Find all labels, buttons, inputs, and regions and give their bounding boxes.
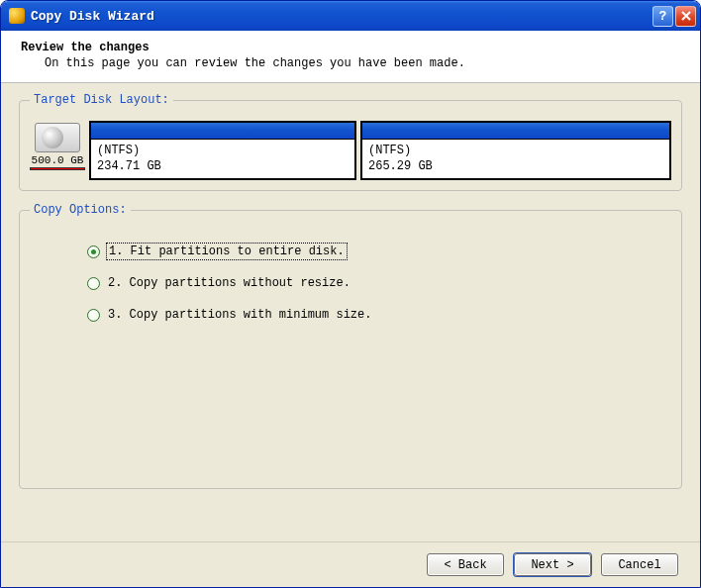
target-disk-layout-group: Target Disk Layout: 500.0 GB (NTFS) 234.…	[19, 93, 682, 191]
titlebar: Copy Disk Wizard ?	[1, 1, 700, 31]
close-button[interactable]	[675, 6, 696, 27]
partition-2-fs: (NTFS)	[368, 143, 663, 158]
copy-option-fit[interactable]: 1. Fit partitions to entire disk.	[87, 245, 667, 258]
titlebar-controls: ?	[652, 6, 696, 27]
copy-options-list: 1. Fit partitions to entire disk. 2. Cop…	[30, 231, 671, 478]
partition-2-header	[362, 123, 669, 140]
close-icon	[681, 11, 691, 21]
partition-1-fs: (NTFS)	[97, 143, 349, 158]
page-title: Review the changes	[21, 41, 680, 54]
hard-disk-icon	[35, 123, 80, 152]
cancel-button[interactable]: Cancel	[601, 553, 678, 576]
partition-1-size: 234.71 GB	[97, 158, 349, 174]
disk-capacity-label: 500.0 GB	[30, 154, 85, 166]
copy-options-group: Copy Options: 1. Fit partitions to entir…	[19, 203, 682, 489]
back-button[interactable]: < Back	[427, 553, 504, 576]
disk-layout-row: 500.0 GB (NTFS) 234.71 GB (NTFS) 265.29 …	[30, 121, 671, 180]
target-disk-icon-cell: 500.0 GB	[30, 121, 85, 180]
wizard-header: Review the changes On this page you can …	[1, 31, 700, 83]
partition-2-size: 265.29 GB	[368, 158, 663, 174]
wizard-content: Target Disk Layout: 500.0 GB (NTFS) 234.…	[1, 83, 700, 541]
radio-fit[interactable]	[87, 245, 100, 258]
next-button[interactable]: Next >	[514, 553, 591, 576]
radio-no-resize[interactable]	[87, 277, 100, 290]
partition-2-body: (NTFS) 265.29 GB	[362, 140, 669, 178]
wizard-window: Copy Disk Wizard ? Review the changes On…	[0, 0, 701, 588]
partition-1[interactable]: (NTFS) 234.71 GB	[89, 121, 356, 180]
copy-option-minimum[interactable]: 3. Copy partitions with minimum size.	[87, 308, 667, 322]
partition-1-header	[91, 123, 354, 140]
copy-option-fit-label: 1. Fit partitions to entire disk.	[108, 245, 346, 258]
partition-2[interactable]: (NTFS) 265.29 GB	[360, 121, 671, 180]
help-button[interactable]: ?	[652, 6, 673, 27]
copy-option-minimum-label: 3. Copy partitions with minimum size.	[108, 308, 371, 322]
disk-usage-bar	[30, 167, 85, 170]
app-icon	[9, 8, 25, 24]
partition-1-body: (NTFS) 234.71 GB	[91, 140, 354, 178]
radio-minimum[interactable]	[87, 309, 100, 322]
target-disk-layout-legend: Target Disk Layout:	[30, 93, 173, 107]
copy-option-no-resize-label: 2. Copy partitions without resize.	[108, 276, 350, 290]
copy-option-no-resize[interactable]: 2. Copy partitions without resize.	[87, 276, 667, 290]
copy-options-legend: Copy Options:	[30, 203, 131, 217]
wizard-button-bar: < Back Next > Cancel	[1, 541, 700, 587]
window-title: Copy Disk Wizard	[31, 9, 652, 24]
page-subtitle: On this page you can review the changes …	[21, 56, 680, 70]
